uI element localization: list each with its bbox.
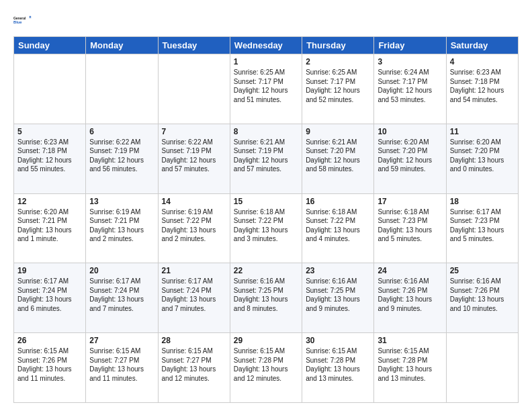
- day-number: 18: [450, 197, 515, 206]
- day-cell: 21Sunrise: 6:17 AMSunset: 7:24 PMDayligh…: [158, 263, 230, 333]
- day-cell: [14, 54, 86, 124]
- day-cell: 7Sunrise: 6:22 AMSunset: 7:19 PMDaylight…: [158, 124, 230, 193]
- day-info: Sunrise: 6:23 AMSunset: 7:18 PMDaylight:…: [17, 138, 82, 174]
- day-number: 15: [234, 197, 298, 206]
- logo-icon: General Blue: [13, 11, 32, 30]
- svg-marker-2: [29, 15, 32, 17]
- day-number: 17: [378, 197, 442, 206]
- week-row-5: 26Sunrise: 6:15 AMSunset: 7:26 PMDayligh…: [14, 333, 519, 403]
- day-info: Sunrise: 6:16 AMSunset: 7:25 PMDaylight:…: [306, 277, 370, 313]
- day-number: 20: [89, 266, 154, 275]
- svg-text:Blue: Blue: [13, 20, 21, 24]
- day-info: Sunrise: 6:19 AMSunset: 7:22 PMDaylight:…: [162, 208, 226, 244]
- day-number: 22: [234, 266, 298, 275]
- day-info: Sunrise: 6:17 AMSunset: 7:24 PMDaylight:…: [17, 277, 82, 313]
- week-row-4: 19Sunrise: 6:17 AMSunset: 7:24 PMDayligh…: [14, 263, 519, 333]
- day-info: Sunrise: 6:18 AMSunset: 7:22 PMDaylight:…: [306, 208, 370, 244]
- day-info: Sunrise: 6:17 AMSunset: 7:24 PMDaylight:…: [89, 277, 154, 313]
- day-info: Sunrise: 6:15 AMSunset: 7:28 PMDaylight:…: [378, 347, 442, 383]
- day-number: 2: [306, 57, 370, 66]
- weekday-header-friday: Friday: [374, 37, 446, 54]
- day-number: 8: [234, 127, 298, 136]
- day-info: Sunrise: 6:18 AMSunset: 7:22 PMDaylight:…: [234, 208, 298, 244]
- day-number: 27: [89, 336, 154, 345]
- day-info: Sunrise: 6:24 AMSunset: 7:17 PMDaylight:…: [378, 68, 442, 104]
- day-number: 26: [17, 336, 82, 345]
- day-cell: 29Sunrise: 6:15 AMSunset: 7:28 PMDayligh…: [230, 333, 302, 403]
- day-info: Sunrise: 6:20 AMSunset: 7:20 PMDaylight:…: [450, 138, 515, 174]
- day-info: Sunrise: 6:25 AMSunset: 7:17 PMDaylight:…: [306, 68, 370, 104]
- day-number: 6: [89, 127, 154, 136]
- day-info: Sunrise: 6:15 AMSunset: 7:28 PMDaylight:…: [306, 347, 370, 383]
- day-cell: [86, 54, 158, 124]
- week-row-3: 12Sunrise: 6:20 AMSunset: 7:21 PMDayligh…: [14, 193, 519, 263]
- day-cell: 9Sunrise: 6:21 AMSunset: 7:20 PMDaylight…: [302, 124, 374, 193]
- day-cell: 11Sunrise: 6:20 AMSunset: 7:20 PMDayligh…: [446, 124, 518, 193]
- day-number: 11: [450, 127, 515, 136]
- day-info: Sunrise: 6:22 AMSunset: 7:19 PMDaylight:…: [162, 138, 226, 174]
- day-cell: 14Sunrise: 6:19 AMSunset: 7:22 PMDayligh…: [158, 193, 230, 263]
- day-number: 1: [234, 57, 298, 66]
- day-number: 31: [378, 336, 442, 345]
- day-cell: [446, 333, 518, 403]
- day-number: 25: [450, 266, 515, 275]
- calendar-table: SundayMondayTuesdayWednesdayThursdayFrid…: [13, 36, 519, 403]
- day-cell: [158, 54, 230, 124]
- day-number: 24: [378, 266, 442, 275]
- day-cell: 4Sunrise: 6:23 AMSunset: 7:18 PMDaylight…: [446, 54, 518, 124]
- day-number: 16: [306, 197, 370, 206]
- day-cell: 13Sunrise: 6:19 AMSunset: 7:21 PMDayligh…: [86, 193, 158, 263]
- weekday-header-sunday: Sunday: [14, 37, 86, 54]
- day-cell: 31Sunrise: 6:15 AMSunset: 7:28 PMDayligh…: [374, 333, 446, 403]
- day-cell: 20Sunrise: 6:17 AMSunset: 7:24 PMDayligh…: [86, 263, 158, 333]
- day-cell: 12Sunrise: 6:20 AMSunset: 7:21 PMDayligh…: [14, 193, 86, 263]
- day-info: Sunrise: 6:15 AMSunset: 7:28 PMDaylight:…: [234, 347, 298, 383]
- day-number: 10: [378, 127, 442, 136]
- weekday-header-monday: Monday: [86, 37, 158, 54]
- day-number: 21: [162, 266, 226, 275]
- week-row-1: 1Sunrise: 6:25 AMSunset: 7:17 PMDaylight…: [14, 54, 519, 124]
- day-info: Sunrise: 6:15 AMSunset: 7:26 PMDaylight:…: [17, 347, 82, 383]
- svg-marker-3: [29, 17, 32, 18]
- day-cell: 16Sunrise: 6:18 AMSunset: 7:22 PMDayligh…: [302, 193, 374, 263]
- day-info: Sunrise: 6:15 AMSunset: 7:27 PMDaylight:…: [162, 347, 226, 383]
- day-cell: 28Sunrise: 6:15 AMSunset: 7:27 PMDayligh…: [158, 333, 230, 403]
- day-number: 12: [17, 197, 82, 206]
- weekday-header-tuesday: Tuesday: [158, 37, 230, 54]
- day-cell: 8Sunrise: 6:21 AMSunset: 7:19 PMDaylight…: [230, 124, 302, 193]
- day-cell: 18Sunrise: 6:17 AMSunset: 7:23 PMDayligh…: [446, 193, 518, 263]
- day-cell: 24Sunrise: 6:16 AMSunset: 7:26 PMDayligh…: [374, 263, 446, 333]
- day-info: Sunrise: 6:22 AMSunset: 7:19 PMDaylight:…: [89, 138, 154, 174]
- day-info: Sunrise: 6:20 AMSunset: 7:20 PMDaylight:…: [378, 138, 442, 174]
- day-number: 13: [89, 197, 154, 206]
- day-info: Sunrise: 6:18 AMSunset: 7:23 PMDaylight:…: [378, 208, 442, 244]
- day-cell: 25Sunrise: 6:16 AMSunset: 7:26 PMDayligh…: [446, 263, 518, 333]
- day-info: Sunrise: 6:21 AMSunset: 7:20 PMDaylight:…: [306, 138, 370, 174]
- day-number: 14: [162, 197, 226, 206]
- svg-text:General: General: [13, 17, 26, 20]
- day-cell: 10Sunrise: 6:20 AMSunset: 7:20 PMDayligh…: [374, 124, 446, 193]
- day-info: Sunrise: 6:16 AMSunset: 7:26 PMDaylight:…: [450, 277, 515, 313]
- day-cell: 15Sunrise: 6:18 AMSunset: 7:22 PMDayligh…: [230, 193, 302, 263]
- day-cell: 2Sunrise: 6:25 AMSunset: 7:17 PMDaylight…: [302, 54, 374, 124]
- day-number: 23: [306, 266, 370, 275]
- day-cell: 19Sunrise: 6:17 AMSunset: 7:24 PMDayligh…: [14, 263, 86, 333]
- day-number: 28: [162, 336, 226, 345]
- day-cell: 26Sunrise: 6:15 AMSunset: 7:26 PMDayligh…: [14, 333, 86, 403]
- day-cell: 30Sunrise: 6:15 AMSunset: 7:28 PMDayligh…: [302, 333, 374, 403]
- weekday-header-row: SundayMondayTuesdayWednesdayThursdayFrid…: [14, 37, 519, 54]
- day-info: Sunrise: 6:20 AMSunset: 7:21 PMDaylight:…: [17, 208, 82, 244]
- day-cell: 17Sunrise: 6:18 AMSunset: 7:23 PMDayligh…: [374, 193, 446, 263]
- day-info: Sunrise: 6:23 AMSunset: 7:18 PMDaylight:…: [450, 68, 515, 104]
- day-number: 3: [378, 57, 442, 66]
- day-cell: 3Sunrise: 6:24 AMSunset: 7:17 PMDaylight…: [374, 54, 446, 124]
- day-info: Sunrise: 6:17 AMSunset: 7:23 PMDaylight:…: [450, 208, 515, 244]
- day-number: 7: [162, 127, 226, 136]
- day-number: 9: [306, 127, 370, 136]
- week-row-2: 5Sunrise: 6:23 AMSunset: 7:18 PMDaylight…: [14, 124, 519, 193]
- logo: General Blue: [13, 11, 32, 30]
- day-cell: 27Sunrise: 6:15 AMSunset: 7:27 PMDayligh…: [86, 333, 158, 403]
- day-number: 29: [234, 336, 298, 345]
- day-cell: 23Sunrise: 6:16 AMSunset: 7:25 PMDayligh…: [302, 263, 374, 333]
- weekday-header-wednesday: Wednesday: [230, 37, 302, 54]
